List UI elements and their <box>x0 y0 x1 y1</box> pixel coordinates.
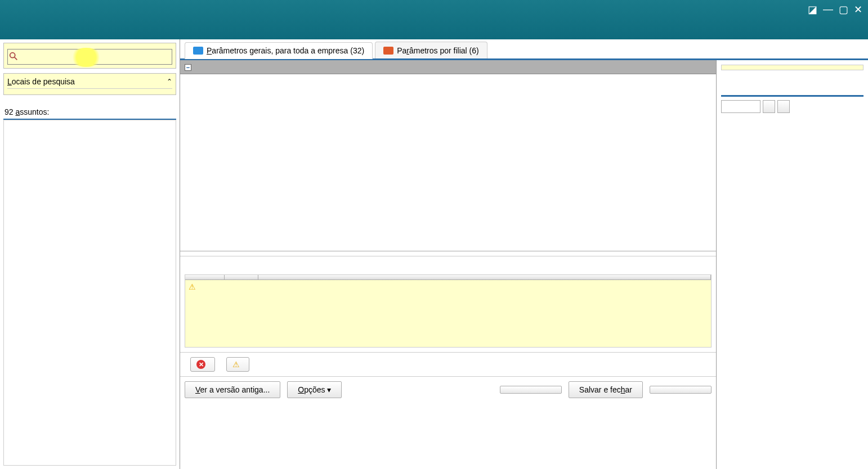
obter-nome-button[interactable] <box>763 100 775 113</box>
exception-row[interactable]: ⚠ <box>185 280 711 294</box>
left-panel: Locais de pesquisa ⌃ 92 assuntos: <box>0 39 180 469</box>
tab-filial[interactable]: Parâmetros por filial (6) <box>375 42 487 58</box>
maximize-icon[interactable]: ▢ <box>839 3 848 16</box>
right-panel <box>716 60 868 469</box>
edit-icon[interactable]: ◪ <box>808 3 817 16</box>
status-line <box>180 251 716 256</box>
params-table[interactable]: − <box>180 60 716 251</box>
opcoes-button[interactable]: Opções ▾ <box>287 381 342 398</box>
title-bar: ◪ — ▢ ✕ <box>0 0 868 39</box>
restrictions-button[interactable]: ✕ <box>190 357 215 372</box>
folder-red-icon <box>383 47 393 55</box>
chevron-collapse-icon[interactable]: ⌃ <box>167 78 172 85</box>
filter-input[interactable] <box>7 49 172 65</box>
center-panel: Parâmetros gerais, para toda a empresa (… <box>180 39 868 469</box>
warning-icon: ⚠ <box>189 282 196 291</box>
svg-point-0 <box>10 53 15 58</box>
subjects-header: 92 assuntos: <box>3 105 176 120</box>
salvar-button[interactable] <box>500 386 562 394</box>
folder-blue-icon <box>193 47 203 55</box>
collapse-icon[interactable]: − <box>185 64 191 71</box>
svg-line-1 <box>15 57 17 60</box>
minimize-icon[interactable]: — <box>823 3 833 16</box>
abrir-button[interactable] <box>777 100 790 113</box>
warning-icon: ⚠ <box>232 360 240 369</box>
exc-col-filial[interactable] <box>225 275 258 279</box>
search-locations-header: Locais de pesquisa <box>7 77 75 86</box>
exc-col-desc[interactable] <box>258 275 711 279</box>
rotina-input[interactable] <box>721 100 760 113</box>
exceptions-table[interactable]: ⚠ <box>185 274 712 348</box>
access-hint <box>721 65 863 70</box>
fechar-button[interactable] <box>650 386 712 394</box>
search-icon <box>8 51 19 61</box>
salvar-fechar-button[interactable]: Salvar e fechar <box>569 381 643 398</box>
close-icon[interactable]: ✕ <box>854 3 862 16</box>
tab-general[interactable]: Parâmetros gerais, para toda a empresa (… <box>185 42 373 59</box>
alerts-button[interactable]: ⚠ <box>226 357 249 372</box>
exc-col-param[interactable] <box>185 275 225 279</box>
error-icon: ✕ <box>196 360 205 369</box>
group-header[interactable]: − <box>180 60 716 74</box>
subjects-list[interactable] <box>3 120 176 466</box>
ver-versao-button[interactable]: Ver a versão antiga... <box>185 381 280 398</box>
